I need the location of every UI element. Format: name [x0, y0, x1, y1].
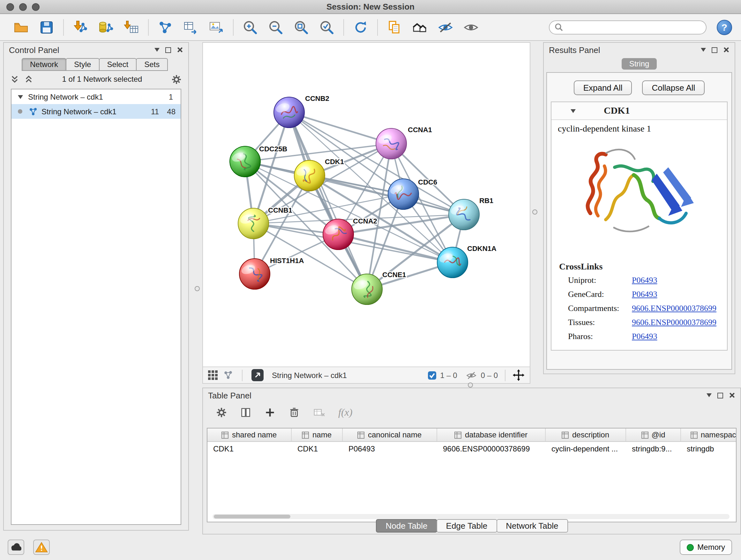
network-node-CCNA1[interactable] [376, 128, 407, 159]
crosslink-value-link[interactable]: P06493 [632, 275, 657, 286]
network-node-RB1[interactable] [449, 199, 479, 230]
network-node-CDC25B[interactable] [230, 146, 260, 177]
protein-section-header[interactable]: CDK1 [551, 102, 727, 120]
column-header-canonical-name[interactable]: canonical name [343, 428, 437, 441]
column-header-label: description [572, 430, 609, 439]
tab-sets[interactable]: Sets [136, 58, 168, 71]
zoom-in-button[interactable] [241, 17, 260, 37]
window-zoom-button[interactable] [32, 3, 40, 11]
tab-network[interactable]: Network [22, 58, 66, 71]
birdseye-grid-icon[interactable] [208, 370, 218, 380]
column-header-database-identifier[interactable]: database identifier [437, 428, 546, 441]
column-header-description[interactable]: description [546, 428, 626, 441]
table-cell: cyclin-dependent ... [546, 442, 626, 455]
zoom-out-button[interactable] [266, 17, 285, 37]
houses-button[interactable] [410, 17, 429, 37]
tab-network-table[interactable]: Network Table [496, 519, 568, 533]
tab-style[interactable]: Style [66, 58, 99, 71]
tab-select[interactable]: Select [98, 58, 137, 71]
section-collapse-icon[interactable] [570, 109, 576, 113]
right-splitter-handle[interactable] [532, 209, 537, 214]
crosslink-value-link[interactable]: 9606.ENSP00000378699 [632, 317, 717, 327]
show-columns-icon[interactable] [240, 407, 252, 418]
collapse-triangle-icon[interactable] [18, 95, 23, 99]
left-splitter-handle[interactable] [195, 286, 200, 291]
toggle-graphics-details-button[interactable] [436, 17, 455, 37]
network-node-CDK1[interactable] [294, 160, 325, 191]
network-node-CCNA2[interactable] [323, 219, 354, 250]
panel-close-icon[interactable] [177, 47, 183, 53]
bottom-splitter-handle[interactable] [468, 382, 473, 388]
tab-edge-table[interactable]: Edge Table [436, 519, 497, 533]
column-header--id[interactable]: @id [626, 428, 681, 441]
network-node-CDKN1A[interactable] [437, 247, 468, 278]
table-panel-title: Table Panel [208, 390, 252, 400]
crosslink-value-link[interactable]: P06493 [632, 331, 657, 341]
help-button[interactable]: ? [717, 19, 732, 35]
cloud-button[interactable] [8, 540, 24, 555]
results-panel-float-icon[interactable] [712, 47, 718, 53]
network-share-icon[interactable] [223, 370, 233, 380]
export-image-button[interactable] [207, 17, 226, 37]
tab-node-table[interactable]: Node Table [376, 519, 437, 533]
zoom-selected-button[interactable] [317, 17, 336, 37]
new-network-table-button[interactable] [181, 17, 200, 37]
network-collection-row[interactable]: String Network – cdk1 1 [11, 89, 181, 104]
table-settings-gear-icon[interactable] [216, 407, 227, 418]
panel-menu-icon[interactable] [154, 48, 159, 52]
new-network-button[interactable] [156, 17, 175, 37]
delete-table-icon-disabled[interactable] [313, 407, 326, 418]
refresh-layout-button[interactable] [351, 17, 370, 37]
network-node-CCNB2[interactable] [274, 97, 305, 128]
pan-crosshair-icon[interactable] [513, 369, 525, 381]
selected-checkbox-icon[interactable] [427, 371, 436, 380]
delete-column-trash-icon[interactable] [288, 407, 300, 418]
column-header-shared-name[interactable]: shared name [207, 428, 292, 441]
network-node-CCNB1[interactable] [238, 208, 269, 239]
results-panel-menu-icon[interactable] [701, 48, 706, 52]
function-builder-button[interactable]: f(x) [338, 407, 352, 418]
network-node-CCNE1[interactable] [352, 274, 382, 305]
collapse-all-button[interactable]: Collapse All [643, 80, 705, 95]
table-row[interactable]: CDK1CDK1P064939606.ENSP00000378699cyclin… [207, 442, 736, 455]
network-canvas[interactable]: CCNB2CCNA1CDC25BCDK1CDC6RB1CCNB1CCNA2CDK… [203, 43, 530, 367]
window-minimize-button[interactable] [19, 3, 27, 11]
import-network-file-button[interactable] [71, 17, 90, 37]
show-hide-panel-button[interactable] [461, 17, 481, 37]
hidden-eye-slash-icon[interactable] [466, 371, 477, 380]
collapse-all-icon[interactable] [24, 75, 33, 84]
warnings-button[interactable] [33, 540, 50, 555]
table-panel-close-icon[interactable] [729, 392, 735, 398]
memory-button[interactable]: Memory [679, 540, 732, 555]
gear-icon[interactable] [171, 74, 182, 84]
table-panel-menu-icon[interactable] [706, 393, 712, 397]
crosslink-value-link[interactable]: P06493 [632, 289, 657, 300]
window-close-button[interactable] [6, 3, 14, 11]
crosslink-value-link[interactable]: 9606.ENSP00000378699 [632, 303, 717, 314]
add-column-plus-icon[interactable] [264, 407, 276, 418]
network-edge-CCNA1-CCNB2[interactable] [289, 112, 391, 144]
network-node-HIST1H1A[interactable] [239, 259, 270, 289]
import-table-button[interactable] [122, 17, 141, 37]
network-node-CDC6[interactable] [388, 179, 419, 209]
expand-all-icon[interactable] [10, 75, 19, 84]
panel-float-icon[interactable] [165, 47, 171, 53]
import-network-database-button[interactable] [96, 17, 116, 37]
table-panel-float-icon[interactable] [718, 392, 723, 398]
open-external-button[interactable] [252, 369, 264, 381]
search-field[interactable] [549, 20, 706, 34]
copy-document-button[interactable] [385, 17, 404, 37]
search-input[interactable] [566, 23, 701, 32]
save-session-button[interactable] [37, 17, 56, 37]
expand-all-button[interactable]: Expand All [574, 80, 632, 95]
tab-string[interactable]: String [622, 58, 657, 70]
horizontal-scrollbar[interactable] [212, 514, 730, 519]
zoom-fit-icon [293, 19, 310, 36]
column-header-namespac[interactable]: namespac [681, 428, 737, 441]
column-header-name[interactable]: name [292, 428, 343, 441]
open-session-button[interactable] [11, 17, 30, 37]
network-row-selected[interactable]: String Network – cdk1 11 48 [11, 104, 181, 119]
zoom-fit-button[interactable] [292, 17, 311, 37]
results-panel-close-icon[interactable] [723, 47, 730, 53]
scrollbar-thumb[interactable] [214, 515, 290, 518]
